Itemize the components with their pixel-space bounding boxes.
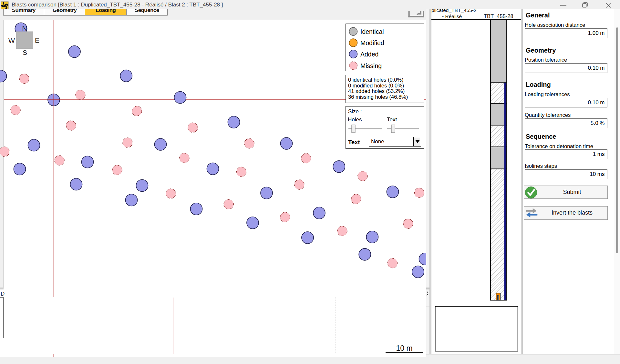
svg-text:10 m: 10 m	[396, 344, 412, 352]
svg-text:E: E	[35, 36, 39, 44]
svg-text:N: N	[22, 25, 27, 32]
svg-text:D: D	[1, 291, 5, 297]
svg-text:S: S	[23, 49, 27, 56]
svg-text:W: W	[8, 37, 15, 44]
